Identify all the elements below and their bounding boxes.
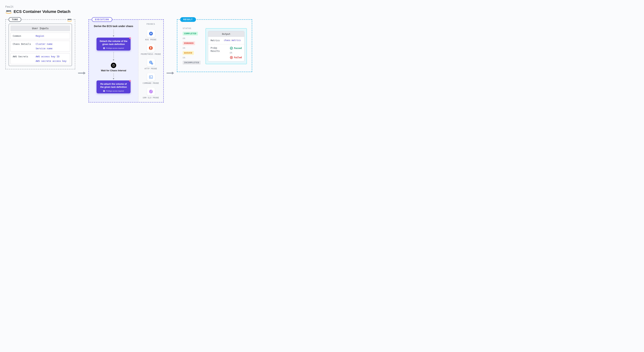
status-errored: ERRORED — [183, 42, 195, 45]
fault-label: Fault — [5, 5, 639, 8]
tune-panel: TUNE aws User Inputs Common Region Chaos… — [5, 19, 75, 69]
or-text: OR — [183, 47, 203, 49]
execution-badge: EXECUTION — [92, 17, 112, 22]
input-row-aws-secrets: AWS Secrets AWS access key ID AWS secret… — [10, 53, 70, 64]
x-circle-icon — [230, 56, 233, 59]
flow-arrow-icon — [78, 71, 86, 76]
probe-result-passed: Passed — [230, 46, 242, 50]
output-card: Output Metrics chaos metrics Probe Resul… — [208, 31, 244, 62]
down-arrow-icon — [113, 73, 114, 80]
probes-column: PROBES K8S PROBE PROMETHEUS PROBE HTTP P… — [138, 20, 163, 102]
check-circle-icon — [230, 46, 233, 50]
aws-corner-logo-icon: aws — [66, 17, 73, 22]
page-title: ECS Container Volume Detach — [14, 9, 70, 14]
or-text: OR — [183, 56, 203, 59]
result-badge: RESULT — [180, 17, 196, 22]
srm-slo-icon — [147, 88, 155, 96]
input-label: Chaos Details — [13, 43, 32, 50]
user-inputs-header: User Inputs — [10, 26, 70, 31]
down-arrow-icon — [113, 52, 114, 62]
privilege-note: ● Privilege access required — [100, 47, 128, 49]
input-label: AWS Secrets — [13, 55, 32, 62]
wait-interval-label: Wait for Chaos Interval — [101, 69, 126, 72]
metrics-label: Metrics — [210, 39, 221, 42]
input-value: AWS secrete access key — [36, 60, 66, 62]
down-arrow-icon — [113, 30, 114, 38]
flow-arrow-icon — [166, 71, 174, 76]
kubernetes-icon — [147, 30, 155, 38]
action-text: Re-attach the volume of the given task d… — [100, 82, 128, 89]
svg-rect-16 — [149, 76, 152, 78]
output-row-metrics: Metrics chaos metrics — [208, 37, 244, 44]
status-queued: QUEUED — [183, 51, 194, 55]
input-row-common: Common Region — [10, 32, 70, 39]
user-inputs-card: User Inputs Common Region Chaos Details … — [8, 24, 72, 66]
privilege-note: ● Privilege access required — [100, 90, 128, 92]
terminal-icon — [147, 73, 155, 81]
status-column: STATUS COMPLETED OR ERRORED OR QUEUED OR… — [180, 24, 205, 69]
action-text: Detach the volume of the given task defi… — [100, 40, 128, 46]
probe-result-failed: Failed — [230, 56, 242, 59]
probe-results-label: Probe Results — [210, 46, 227, 59]
status-completed: COMPLETED — [183, 32, 198, 36]
title-row: aws ECS Container Volume Detach — [5, 9, 639, 14]
aws-logo-icon: aws — [5, 10, 12, 14]
lock-dot-icon: ● — [103, 47, 105, 49]
status-incompleted: INCOMPLETED — [183, 61, 200, 64]
probe-http: HTTP PROBE — [144, 58, 157, 70]
probes-label: PROBES — [146, 23, 155, 25]
input-value: Region — [36, 34, 44, 37]
probe-name: SRM SLO PROBE — [143, 96, 159, 99]
tune-badge: TUNE — [8, 17, 21, 22]
execution-flow: Derive the ECS task under chaos Detach t… — [89, 20, 138, 102]
probe-prometheus: PROMETHEUS PROBE — [141, 44, 161, 55]
lock-dot-icon: ● — [103, 90, 105, 92]
or-text: OR — [230, 52, 242, 54]
input-row-chaos-details: Chaos Details Cluster name Service name — [10, 41, 70, 52]
step-derive-task: Derive the ECS task under chaos — [94, 25, 133, 28]
probe-name: HTTP PROBE — [144, 68, 157, 70]
input-value: Cluster name — [36, 43, 52, 45]
prometheus-icon — [147, 44, 155, 52]
clock-icon — [111, 63, 116, 68]
input-value: Service name — [36, 47, 52, 50]
action-detach-volume: Detach the volume of the given task defi… — [96, 38, 130, 50]
metrics-value: chaos metrics — [224, 39, 241, 42]
output-row-probe-results: Probe Results Passed OR Failed — [208, 44, 244, 61]
probe-command: COMMAND PROBE — [143, 73, 159, 84]
http-globe-icon — [147, 58, 155, 66]
probe-name: PROMETHEUS PROBE — [141, 53, 161, 55]
or-text: OR — [183, 37, 203, 40]
input-value: AWS access key ID — [36, 55, 66, 58]
probe-name: K8S PROBE — [145, 38, 156, 41]
action-reattach-volume: Re-attach the volume of the given task d… — [96, 80, 130, 93]
execution-panel: EXECUTION Derive the ECS task under chao… — [88, 19, 164, 102]
output-panel: Output Metrics chaos metrics Probe Resul… — [206, 28, 247, 64]
chaos-experiment-icon — [128, 79, 132, 82]
probe-srm-slo: SRM SLO PROBE — [143, 88, 159, 99]
probe-name: COMMAND PROBE — [143, 82, 159, 84]
svg-line-20 — [152, 90, 152, 90]
result-panel: RESULT STATUS COMPLETED OR ERRORED OR QU… — [177, 19, 252, 72]
status-label: STATUS — [183, 27, 203, 30]
probe-k8s: K8S PROBE — [145, 30, 156, 41]
input-label: Common — [13, 34, 32, 37]
output-header: Output — [208, 31, 244, 37]
diagram-container: TUNE aws User Inputs Common Region Chaos… — [5, 19, 639, 102]
chaos-experiment-icon — [128, 36, 132, 40]
